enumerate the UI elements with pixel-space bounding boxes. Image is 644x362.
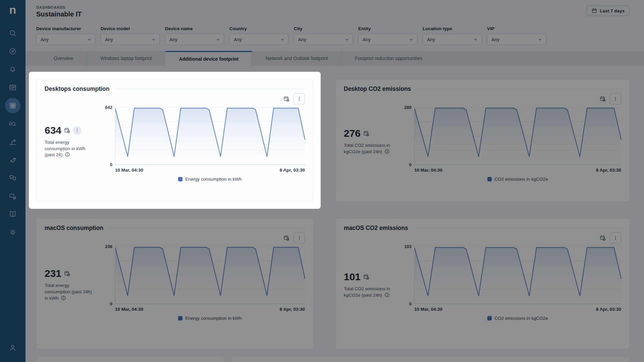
investigations-icon[interactable]: [5, 116, 20, 131]
chart-menu-button[interactable]: [293, 93, 305, 105]
filter-vip: VIP Any: [487, 26, 546, 45]
legend-label: CO2 emissions in kgCO2e: [494, 316, 548, 321]
main-content: DASHBOARDS Sustainable IT Last 7 days De…: [25, 0, 644, 362]
page-title: Sustainable IT: [36, 10, 82, 18]
info-icon[interactable]: [384, 149, 390, 154]
info-icon[interactable]: [384, 292, 390, 298]
filter-entity: Entity Any: [358, 26, 417, 45]
legend-swatch: [487, 177, 492, 181]
chart-menu-button[interactable]: [610, 232, 621, 244]
vip-select[interactable]: Any: [487, 34, 546, 45]
tab-additional-device-footprint[interactable]: Additional device footprint: [165, 51, 252, 66]
card-macos-consumption: macOS consumption 231 Total energy consu…: [36, 218, 313, 349]
launch-rocket-icon[interactable]: [5, 152, 20, 168]
device-manufacturer-select[interactable]: Any: [36, 34, 95, 45]
alerts-bell-icon[interactable]: [5, 62, 20, 77]
automation-robot-arm-icon[interactable]: [5, 134, 20, 149]
card-title: Desktops consumption: [45, 85, 110, 93]
device-monitoring-icon[interactable]: [5, 80, 20, 95]
chart-legend: CO2 emissions in kgCO2e: [414, 177, 621, 182]
kpi-value: 634: [45, 125, 61, 136]
area-chart: [115, 246, 305, 304]
chart-legend: Energy consumption in kWh: [115, 177, 305, 182]
kpi-label: Total CO2 emissions in kgCO2e (past 24h): [344, 286, 395, 299]
filter-device-name: Device name Any: [165, 26, 224, 45]
x-axis-start: 10 Mar, 04:30: [115, 168, 143, 173]
calendar-disabled-icon: [363, 130, 369, 136]
explore-compass-icon[interactable]: [5, 44, 20, 59]
card-macos-co2-emissions: macOS CO2 emissions 101 Total CO2 emissi…: [335, 218, 630, 349]
kebab-icon: [612, 96, 619, 102]
x-axis-start: 10 Mar, 04:30: [414, 307, 442, 312]
kpi-value: 231: [45, 268, 61, 279]
spotlight-highlight: Desktops consumption 634 Total: [29, 72, 321, 209]
tab-windows-laptop-footprint[interactable]: Windows laptop footprint: [87, 51, 165, 66]
chevron-down-icon: [409, 37, 414, 42]
library-book-icon[interactable]: [5, 206, 20, 222]
chart-area: 103 0 10 Mar, 04:30 8 Apr, 03:30 CO2 emi…: [401, 232, 621, 343]
date-range-label: Last 7 days: [600, 8, 625, 13]
calendar-disabled-icon: [64, 127, 70, 133]
chart-legend: Energy consumption in kWh: [115, 316, 305, 321]
kebab-icon: [74, 128, 80, 133]
tab-overview[interactable]: Overview: [40, 51, 87, 66]
filter-bar: Device manufacturer Any Device model Any…: [36, 26, 630, 45]
partial-card: [36, 356, 224, 362]
kpi-block: 276 Total CO2 emissions in kgCO2e (past …: [344, 93, 401, 196]
x-axis-start: 10 Mar, 04:30: [414, 168, 442, 173]
calendar-icon: [592, 8, 597, 13]
legend-label: CO2 emissions in kgCO2e: [494, 177, 548, 182]
calendar-disabled-icon: [283, 235, 289, 241]
chevron-down-icon: [216, 37, 220, 42]
y-axis-max: 642: [105, 105, 112, 110]
info-icon[interactable]: [65, 152, 70, 157]
chevron-down-icon: [344, 37, 349, 42]
device-name-select[interactable]: Any: [165, 34, 224, 45]
card-title: macOS CO2 emissions: [344, 225, 408, 232]
kpi-label: Total CO2 emissions in kgCO2e (past 24h): [344, 142, 395, 155]
device-model-select[interactable]: Any: [101, 34, 160, 45]
entity-select[interactable]: Any: [358, 34, 417, 45]
x-axis-end: 8 Apr, 03:30: [280, 307, 305, 312]
dashboards-grid-icon[interactable]: [5, 98, 20, 113]
chart-menu-button[interactable]: [610, 93, 621, 105]
tab-bar: Overview Windows laptop footprint Additi…: [25, 51, 644, 66]
filter-device-model: Device model Any: [101, 26, 160, 45]
chart-menu-button[interactable]: [293, 232, 305, 244]
engage-chat-icon[interactable]: [5, 170, 20, 186]
legend-swatch: [487, 316, 492, 320]
calendar-disabled-icon: [600, 235, 606, 241]
info-icon[interactable]: [61, 295, 66, 301]
chevron-down-icon: [473, 37, 478, 42]
tab-network-outlook-footprint[interactable]: Network and Outlook footprint: [252, 51, 341, 66]
kpi-menu-button[interactable]: [73, 126, 82, 135]
design-icon[interactable]: [5, 188, 20, 204]
calendar-disabled-icon: [363, 274, 369, 280]
settings-gear-icon[interactable]: [5, 225, 20, 240]
location-type-select[interactable]: Any: [423, 34, 482, 45]
chart-legend: CO2 emissions in kgCO2e: [414, 316, 621, 321]
x-axis-start: 10 Mar, 04:30: [115, 307, 143, 312]
kpi-block: 101 Total CO2 emissions in kgCO2e (past …: [344, 232, 401, 343]
cards-grid: Desktops consumption 634 Total: [36, 79, 630, 349]
tab-footprint-reduction-opportunities[interactable]: Footprint reduction opportunities: [341, 51, 436, 66]
calendar-disabled-icon: [283, 96, 289, 102]
search-icon[interactable]: [5, 25, 20, 41]
x-axis-end: 8 Apr, 03:30: [280, 168, 305, 173]
country-select[interactable]: Any: [229, 34, 288, 45]
city-select[interactable]: Any: [294, 34, 353, 45]
filter-country: Country Any: [229, 26, 288, 45]
card-title: Desktop CO2 emissions: [344, 85, 411, 93]
user-profile-icon[interactable]: [5, 340, 20, 355]
y-axis-max: 280: [404, 105, 412, 110]
kebab-icon: [296, 96, 302, 102]
legend-label: Energy consumption in kWh: [185, 177, 241, 182]
filter-city: City Any: [294, 26, 353, 45]
next-row-cards-partial: [36, 356, 630, 362]
y-axis-min: 0: [409, 301, 412, 306]
sidebar: n: [0, 0, 25, 362]
kebab-icon: [296, 235, 302, 241]
card-desktops-consumption: Desktops consumption 634 Total: [36, 79, 313, 201]
chevron-down-icon: [280, 37, 285, 42]
date-range-button[interactable]: Last 7 days: [587, 5, 630, 16]
